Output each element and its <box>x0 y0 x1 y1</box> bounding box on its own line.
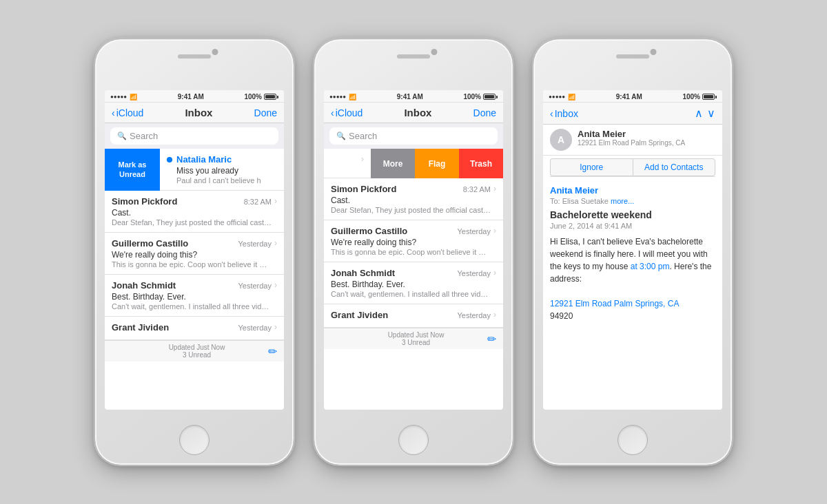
swiped-email-1[interactable]: Natalia Maric Miss you already Paul and … <box>160 149 284 191</box>
preview-1-0: Dear Stefan, They just posted the offici… <box>112 218 272 227</box>
email-body-3: Anita Meier To: Elisa Suetake more... Ba… <box>543 180 722 410</box>
search-bar-1: 🔍 Search <box>105 123 284 149</box>
next-arrow-3[interactable]: ∨ <box>707 107 715 120</box>
swiped-email-2[interactable]: 9:15 AM quickly the again so... › <box>324 149 371 178</box>
email-item-1-2[interactable]: Jonah Schmidt Yesterday Best. Birthday. … <box>105 275 284 317</box>
email-preview-swiped-1: Paul and I can't believe h <box>176 176 284 185</box>
swiped-email-container-2: More Flag Trash 9:15 AM quickly the agai <box>324 149 503 178</box>
more-link-3[interactable]: more... <box>611 197 634 205</box>
battery-pct-3: 100% <box>682 93 700 101</box>
battery-pct-2: 100% <box>463 93 481 101</box>
screen-1: ●●●●● 📶 9:41 AM 100% ‹ iCloud <box>105 90 284 410</box>
chevron-swiped-2: › <box>361 154 364 172</box>
speaker-1 <box>178 54 211 59</box>
nav-back-3[interactable]: ‹ Inbox <box>550 108 578 119</box>
nav-bar-2: ‹ iCloud Inbox Done <box>324 103 503 123</box>
search-field-2[interactable]: 🔍 Search <box>329 127 498 145</box>
sender-2-2: Jonah Schmidt <box>331 268 395 278</box>
status-bar-2: ●●●●● 📶 9:41 AM 100% <box>324 90 503 103</box>
search-icon-1: 🔍 <box>117 132 127 140</box>
time-2-1: Yesterday <box>457 227 491 235</box>
phone-3: ●●●●● 📶 9:41 AM 100% ‹ Inbox <box>533 39 733 465</box>
compose-btn-1[interactable]: ✏ <box>268 345 277 358</box>
list-footer-2: Updated Just Now 3 Unread ✏ <box>324 328 503 349</box>
signal-area-1: ●●●●● 📶 <box>110 94 137 101</box>
sender-1-0: Simon Pickford <box>112 196 177 207</box>
back-label-2[interactable]: iCloud <box>336 107 363 118</box>
time-link-3[interactable]: at 3:00 pm <box>631 262 670 271</box>
home-button-1[interactable] <box>179 425 210 455</box>
email-item-1-0[interactable]: Simon Pickford 8:32 AM Cast. Dear Stefan… <box>105 191 284 233</box>
phone-2: ●●●●● 📶 9:41 AM 100% ‹ iCloud <box>314 39 513 465</box>
preview-2-0: Dear Stefan, They just posted the offici… <box>331 206 491 214</box>
nav-done-1[interactable]: Done <box>254 107 277 118</box>
email-item-1-3[interactable]: Grant Jividen Yesterday › <box>105 317 284 340</box>
phones-container: ●●●●● 📶 9:41 AM 100% ‹ iCloud <box>94 39 733 465</box>
battery-area-1: 100% <box>244 93 278 101</box>
sender-1-3: Grant Jividen <box>112 322 169 333</box>
ignore-btn-3[interactable]: Ignore <box>550 158 633 176</box>
preview-swiped-2: quickly the again so... <box>324 164 358 172</box>
nav-bar-1: ‹ iCloud Inbox Done <box>105 103 284 123</box>
status-bar-3: ●●●●● 📶 9:41 AM 100% <box>543 90 722 103</box>
speaker-3 <box>616 54 649 59</box>
subject-2-0: Cast. <box>331 196 491 205</box>
home-button-3[interactable] <box>617 425 648 455</box>
swipe-actions-2: More Flag Trash <box>371 149 503 178</box>
sender-1-1: Guillermo Castillo <box>112 238 188 249</box>
email-list-2: Simon Pickford 8:32 AM Cast. Dear Stefan… <box>324 178 503 328</box>
address-link-3[interactable]: 12921 Elm Road Palm Springs, CA <box>550 297 715 310</box>
chevron-1-3: › <box>274 322 277 334</box>
email-detail-3: A Anita Meier 12921 Elm Road Palm Spring… <box>543 125 722 410</box>
back-chevron-2: ‹ <box>331 107 334 118</box>
search-bar-2: 🔍 Search <box>324 123 503 149</box>
mark-unread-label: Mark asUnread <box>119 160 147 178</box>
swipe-flag-label: Flag <box>429 159 446 169</box>
phone-1: ●●●●● 📶 9:41 AM 100% ‹ iCloud <box>94 39 294 465</box>
email-item-2-3[interactable]: Grant Jividen Yesterday › <box>324 304 503 328</box>
preview-1-1: This is gonna be epic. Coop won't believ… <box>112 260 272 269</box>
mark-unread-btn[interactable]: Mark asUnread <box>105 149 160 191</box>
add-contact-btn-3[interactable]: Add to Contacts <box>633 158 716 176</box>
email-subject-swiped-1: Miss you already <box>176 166 284 176</box>
nav-title-2: Inbox <box>404 107 431 118</box>
email-item-2-2[interactable]: Jonah Schmidt Yesterday Best. Birthday. … <box>324 262 503 304</box>
time-1-3: Yesterday <box>238 324 272 332</box>
body-text-3: Hi Elisa, I can't believe Eva's bachelor… <box>550 235 715 322</box>
preview-2-1: This is gonna be epic. Coop won't believ… <box>331 248 491 256</box>
back-chevron-1: ‹ <box>112 107 115 118</box>
swipe-more-btn[interactable]: More <box>371 149 415 178</box>
wifi-icon-2: 📶 <box>349 94 356 101</box>
contact-addr-3: 12921 Elm Road Palm Springs, CA <box>578 139 715 147</box>
back-chevron-3: ‹ <box>550 108 553 119</box>
email-item-2-1[interactable]: Guillermo Castillo Yesterday We're reall… <box>324 220 503 262</box>
time-2-0: 8:32 AM <box>463 185 491 193</box>
nav-back-2[interactable]: ‹ iCloud <box>331 107 363 118</box>
email-item-1-1[interactable]: Guillermo Castillo Yesterday We're reall… <box>105 233 284 275</box>
signal-dots-3: ●●●●● <box>549 94 565 100</box>
back-label-1[interactable]: iCloud <box>116 107 144 118</box>
chevron-1-0: › <box>274 196 277 227</box>
back-label-3[interactable]: Inbox <box>555 108 578 119</box>
swipe-flag-btn[interactable]: Flag <box>415 149 459 178</box>
home-button-2[interactable] <box>398 425 429 455</box>
chevron-2-2: › <box>493 268 496 298</box>
signal-area-3: ●●●●● 📶 <box>549 94 575 101</box>
nav-done-2[interactable]: Done <box>473 107 496 118</box>
sender-2-3: Grant Jividen <box>331 310 388 320</box>
nav-back-1[interactable]: ‹ iCloud <box>112 107 143 118</box>
subject-2-1: We're really doing this? <box>331 238 491 247</box>
speaker-2 <box>397 54 430 59</box>
to-label-3: To: Elisa Suetake <box>550 197 609 205</box>
swipe-trash-btn[interactable]: Trash <box>459 149 503 178</box>
contact-name-3: Anita Meier <box>578 129 715 139</box>
screen-2: ●●●●● 📶 9:41 AM 100% ‹ iCloud <box>324 90 503 410</box>
signal-area-2: ●●●●● 📶 <box>329 94 356 101</box>
email-item-2-0[interactable]: Simon Pickford 8:32 AM Cast. Dear Stefan… <box>324 178 503 220</box>
prev-arrow-3[interactable]: ∧ <box>695 107 703 120</box>
address-part2-3: 94920 <box>550 311 573 321</box>
chevron-2-3: › <box>493 310 496 322</box>
compose-btn-2[interactable]: ✏ <box>487 333 496 346</box>
search-field-1[interactable]: 🔍 Search <box>110 127 278 145</box>
camera-2 <box>431 49 438 55</box>
